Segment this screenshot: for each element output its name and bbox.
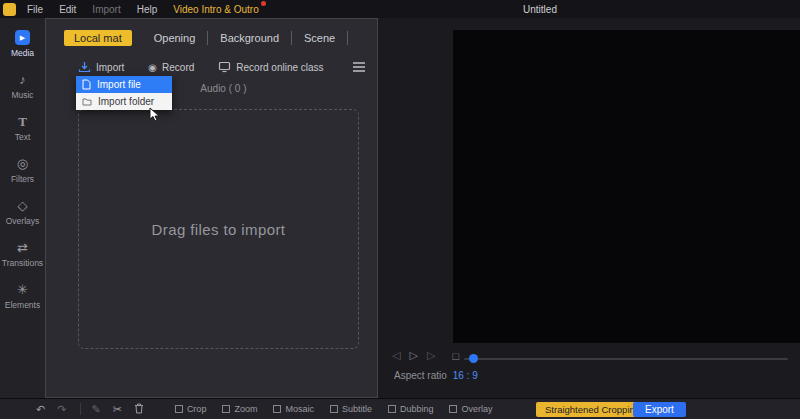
delete-trash-icon[interactable] <box>134 403 144 416</box>
playback-controls: ◁ ▷ ▷ □ <box>392 349 459 362</box>
tool-subtitle-button[interactable]: Subtitle <box>325 402 377 416</box>
tab-scene[interactable]: Scene <box>292 31 348 45</box>
app-window: File Edit Import Help Video Intro & Outr… <box>0 0 800 419</box>
tool-overlay-button[interactable]: Overlay <box>444 402 497 416</box>
record-button[interactable]: ◉ Record <box>148 62 194 73</box>
dropdown-item-import-file[interactable]: Import file <box>76 76 172 93</box>
crop-icon <box>175 405 183 413</box>
import-button[interactable]: Import <box>78 61 124 73</box>
tool-label: Crop <box>187 404 207 414</box>
sidebar-item-label: Filters <box>11 174 34 184</box>
export-button[interactable]: Export <box>633 402 686 417</box>
sidebar-item-label: Transitions <box>2 258 43 268</box>
toolbar-divider <box>80 403 81 415</box>
music-note-icon: ♪ <box>19 73 26 87</box>
filters-icon: ◎ <box>17 157 28 171</box>
menu-video-intro-outro[interactable]: Video Intro & Outro <box>173 4 264 15</box>
sidebar-item-label: Elements <box>5 300 40 310</box>
overlay-icon <box>449 405 457 413</box>
dropzone-text: Drag files to import <box>152 221 286 238</box>
dropdown-item-label: Import file <box>97 79 141 90</box>
seek-handle[interactable] <box>469 354 478 363</box>
document-title: Untitled <box>523 4 557 15</box>
play-button[interactable]: ▷ <box>409 349 417 362</box>
tool-zoom-button[interactable]: Zoom <box>217 402 262 416</box>
split-scissors-icon[interactable]: ✂ <box>113 404 122 415</box>
sidebar-item-filters[interactable]: ◎ Filters <box>0 157 45 184</box>
subtitle-icon <box>330 405 338 413</box>
record-online-class-button[interactable]: Record online class <box>218 61 323 73</box>
sidebar-item-transitions[interactable]: ⇄ Transitions <box>0 241 45 268</box>
aspect-ratio-label: Aspect ratio <box>394 370 447 381</box>
aspect-ratio-value[interactable]: 16 : 9 <box>453 370 478 381</box>
top-menu-bar: File Edit Import Help Video Intro & Outr… <box>0 0 800 18</box>
import-dropdown-menu: Import file Import folder <box>76 76 172 110</box>
zoom-icon <box>222 405 230 413</box>
text-icon: T <box>18 115 27 129</box>
dubbing-icon <box>388 405 396 413</box>
sidebar-item-label: Music <box>11 90 33 100</box>
sidebar-item-overlays[interactable]: ◇ Overlays <box>0 199 45 226</box>
tab-opening[interactable]: Opening <box>142 31 209 45</box>
menu-bar: File Edit Import Help Video Intro & Outr… <box>27 4 265 15</box>
preview-area: ◁ ▷ ▷ □ Aspect ratio 16 : 9 <box>378 18 800 398</box>
stop-button[interactable]: □ <box>452 350 459 362</box>
sidebar-item-media[interactable]: ▶ Media <box>0 30 45 58</box>
tool-mosaic-button[interactable]: Mosaic <box>268 402 319 416</box>
tool-label: Dubbing <box>400 404 434 414</box>
tab-background[interactable]: Background <box>208 31 292 45</box>
sidebar-item-label: Overlays <box>6 216 40 226</box>
tool-label: Overlay <box>461 404 492 414</box>
menu-file[interactable]: File <box>27 4 43 15</box>
sidebar-item-label: Text <box>15 132 31 142</box>
sidebar-item-elements[interactable]: ✳ Elements <box>0 283 45 310</box>
subtab-audio[interactable]: Audio ( 0 ) <box>200 83 246 94</box>
menu-help[interactable]: Help <box>137 4 158 15</box>
video-intro-outro-label: Video Intro & Outro <box>173 4 258 15</box>
mouse-cursor <box>149 107 161 123</box>
file-icon <box>82 79 91 90</box>
panel-menu-icon[interactable] <box>353 62 365 72</box>
drag-drop-import-area[interactable]: Drag files to import <box>78 109 359 349</box>
trash-icon <box>134 403 144 414</box>
mosaic-icon <box>273 405 281 413</box>
edit-pencil-icon[interactable]: ✎ <box>91 404 100 415</box>
app-logo-icon[interactable] <box>3 3 16 16</box>
overlays-icon: ◇ <box>18 199 28 213</box>
import-icon <box>78 61 91 73</box>
menu-edit[interactable]: Edit <box>59 4 76 15</box>
media-library-panel: Local mat Opening Background Scene Impor… <box>45 18 378 398</box>
transitions-icon: ⇄ <box>17 241 28 255</box>
tool-crop-button[interactable]: Crop <box>170 402 212 416</box>
tool-label: Mosaic <box>285 404 314 414</box>
record-icon: ◉ <box>148 62 157 73</box>
tool-label: Subtitle <box>342 404 372 414</box>
record-label: Record <box>162 62 194 73</box>
tab-local-material[interactable]: Local mat <box>64 30 132 46</box>
record-online-class-label: Record online class <box>236 62 323 73</box>
edit-tools-group: Crop Zoom Mosaic Subtitle Dubbing Overla… <box>170 402 498 416</box>
media-icon: ▶ <box>15 30 30 45</box>
media-tab-row: Local mat Opening Background Scene <box>64 29 367 47</box>
sidebar-item-label: Media <box>11 48 34 58</box>
next-frame-button[interactable]: ▷ <box>427 349 435 362</box>
sidebar-item-music[interactable]: ♪ Music <box>0 73 45 100</box>
dropdown-item-label: Import folder <box>98 96 154 107</box>
undo-icon[interactable]: ↶ <box>36 404 45 415</box>
elements-icon: ✳ <box>17 283 28 297</box>
menu-import[interactable]: Import <box>92 4 120 15</box>
seek-bar[interactable] <box>464 358 788 360</box>
notification-badge <box>261 1 266 6</box>
sidebar-item-text[interactable]: T Text <box>0 115 45 142</box>
monitor-icon <box>218 61 231 73</box>
aspect-ratio-row: Aspect ratio 16 : 9 <box>394 370 478 381</box>
previous-frame-button[interactable]: ◁ <box>392 349 400 362</box>
redo-icon[interactable]: ↷ <box>57 404 66 415</box>
folder-icon <box>82 97 92 106</box>
left-sidebar: ▶ Media ♪ Music T Text ◎ Filters ◇ Overl… <box>0 18 45 419</box>
tool-dubbing-button[interactable]: Dubbing <box>383 402 439 416</box>
bottom-toolbar: ↶ ↷ ✎ ✂ Crop Zoom Mosaic Sub <box>0 398 800 419</box>
tool-label: Zoom <box>234 404 257 414</box>
media-panel-toolbar: Import ◉ Record Record online class <box>78 59 365 75</box>
import-label: Import <box>96 62 124 73</box>
